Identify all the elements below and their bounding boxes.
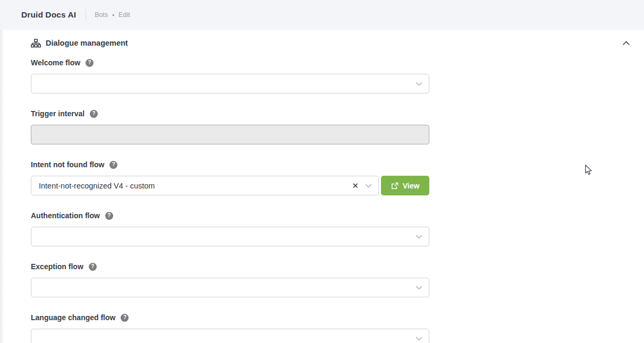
breadcrumb-bots[interactable]: Bots	[95, 11, 108, 19]
trigger-interval-input	[31, 125, 429, 144]
authentication-flow-select[interactable]	[31, 227, 429, 246]
help-icon[interactable]: ?	[90, 110, 98, 118]
field-intent-not-found-flow: Intent not found flow ? Intent-not-recog…	[31, 160, 429, 195]
field-label: Authentication flow	[31, 211, 100, 220]
collapse-section-button[interactable]	[621, 38, 631, 48]
view-button-label: View	[403, 182, 420, 190]
intent-not-found-flow-select[interactable]: Intent-not-recognized V4 - custom ✕	[31, 176, 379, 195]
help-icon[interactable]: ?	[121, 314, 129, 322]
dialogue-management-panel: Dialogue management Welcome flow ? Trigg…	[0, 30, 644, 343]
chevron-up-icon	[622, 39, 630, 47]
chevron-down-icon	[365, 184, 372, 188]
field-welcome-flow: Welcome flow ?	[31, 58, 429, 93]
chevron-down-icon	[416, 286, 422, 290]
section-title: Dialogue management	[46, 39, 128, 47]
field-label: Welcome flow	[31, 58, 80, 67]
help-icon[interactable]: ?	[109, 161, 117, 169]
clear-selection-icon[interactable]: ✕	[352, 182, 359, 190]
breadcrumb-separator: •	[112, 12, 114, 18]
language-changed-flow-select[interactable]	[31, 329, 429, 343]
welcome-flow-select[interactable]	[31, 74, 429, 93]
page-title: Druid Docs AI	[21, 10, 76, 20]
external-link-icon	[391, 182, 399, 190]
field-language-changed-flow: Language changed flow ?	[31, 313, 429, 343]
select-value: Intent-not-recognized V4 - custom	[39, 182, 352, 190]
field-label: Trigger interval	[31, 109, 84, 118]
help-icon[interactable]: ?	[89, 263, 97, 271]
help-icon[interactable]: ?	[86, 59, 94, 67]
help-icon[interactable]: ?	[105, 212, 113, 220]
field-authentication-flow: Authentication flow ?	[31, 211, 429, 246]
chevron-down-icon	[416, 337, 422, 341]
chevron-down-icon	[416, 235, 422, 239]
field-label: Intent not found flow	[31, 160, 104, 169]
topbar: Druid Docs AI Bots • Edit	[0, 0, 644, 30]
breadcrumb: Bots • Edit	[95, 11, 130, 19]
view-flow-button[interactable]: View	[381, 176, 429, 195]
breadcrumb-edit: Edit	[118, 11, 130, 19]
field-label: Exception flow	[31, 262, 83, 271]
sitemap-icon	[31, 39, 41, 48]
exception-flow-select[interactable]	[31, 278, 429, 297]
chevron-down-icon	[416, 82, 422, 86]
section-header: Dialogue management	[31, 35, 632, 51]
topbar-divider	[86, 9, 86, 21]
field-trigger-interval: Trigger interval ?	[31, 109, 429, 144]
field-exception-flow: Exception flow ?	[31, 262, 429, 297]
field-label: Language changed flow	[31, 313, 115, 322]
